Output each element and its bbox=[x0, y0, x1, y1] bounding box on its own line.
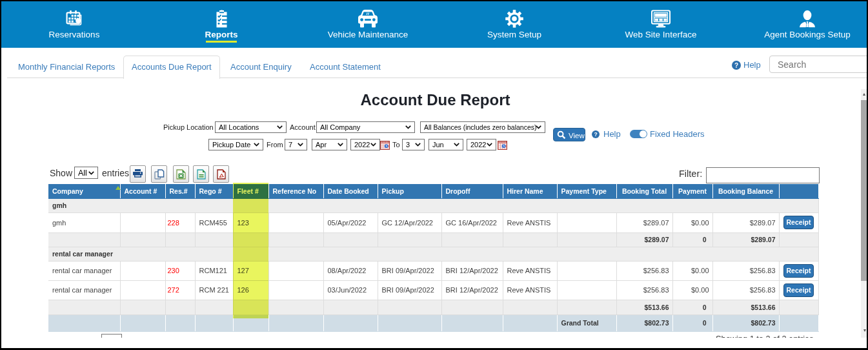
svg-text:?: ? bbox=[594, 131, 597, 138]
svg-text:?: ? bbox=[734, 62, 738, 69]
